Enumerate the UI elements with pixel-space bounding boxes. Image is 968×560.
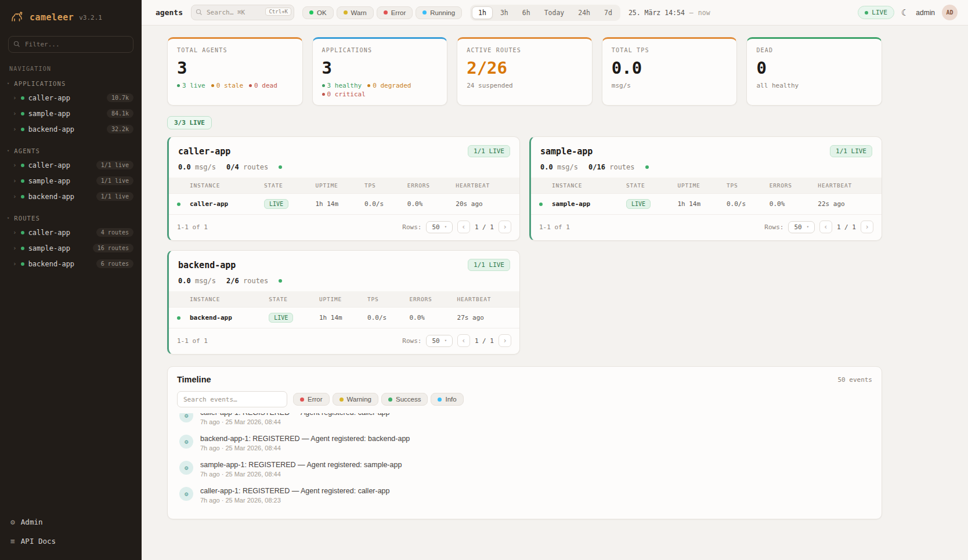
events-search-input[interactable] [177, 391, 287, 407]
sidebar-item-agents-caller-app[interactable]: › caller-app 1/1 live [0, 157, 142, 173]
app-logo[interactable]: cameleer v3.2.1 [0, 0, 142, 32]
sidebar-item-routes-caller-app[interactable]: › caller-app 4 routes [0, 225, 142, 240]
sidebar-item-routes-backend-app[interactable]: › backend-app 6 routes [0, 256, 142, 272]
avatar[interactable]: AD [942, 5, 958, 20]
event-item[interactable]: ⚙ caller-app-1: REGISTERED — Agent regis… [177, 482, 872, 508]
app-live-badge: 1/1 LIVE [468, 145, 510, 157]
chevron-right-icon: › [13, 177, 17, 185]
sidebar-item-agents-backend-app[interactable]: › backend-app 1/1 live [0, 189, 142, 204]
app-live-badge: 1/1 LIVE [830, 145, 872, 157]
stat-sub: msg/s [612, 82, 728, 89]
health-dot-icon [279, 165, 282, 169]
range-button-today[interactable]: Today [538, 6, 571, 19]
stat-value: 2/26 [467, 58, 583, 78]
sidebar-item-meta: 10.7k [107, 93, 133, 102]
sidebar-item-label: caller-app [28, 94, 103, 102]
chevron-right-icon: › [13, 260, 17, 268]
rows-per-page-select[interactable]: 50▾ [426, 221, 452, 233]
page-indicator: 1 / 1 [475, 337, 494, 345]
rows-per-page-select[interactable]: 50▾ [426, 335, 452, 347]
live-dot-icon [865, 11, 868, 15]
app-name: sample-app [540, 146, 593, 157]
health-dot-icon [645, 165, 649, 169]
stat-sub-dead: 0 dead [249, 82, 277, 89]
sidebar-filter [8, 36, 133, 53]
sidebar-section-header-routes[interactable]: ▾ ROUTES [0, 210, 142, 225]
instances-table: INSTANCE STATE UPTIME TPS ERRORS HEARTBE… [169, 178, 519, 214]
instance-row[interactable]: caller-app LIVE 1h 14m 0.0/s 0.0% 20s ag… [169, 194, 519, 215]
ok-dot-icon [309, 10, 313, 15]
status-dot-icon [21, 231, 24, 234]
sidebar-item-routes-sample-app[interactable]: › sample-app 16 routes [0, 240, 142, 256]
app-routes: 2/6 routes [226, 277, 268, 285]
next-page-button[interactable]: › [499, 334, 511, 347]
events-scroll-area[interactable]: ⚙ caller-app-1: REGISTERED — Agent regis… [177, 413, 872, 511]
stat-sub: all healthy [756, 82, 872, 89]
sidebar-item-applications-backend-app[interactable]: › backend-app 32.2k [0, 121, 142, 137]
caret-down-icon: ▾ [445, 225, 447, 229]
column-header-state: STATE [623, 178, 674, 194]
event-item[interactable]: ⚙ caller-app-1: REGISTERED — Agent regis… [177, 413, 872, 430]
prev-page-button[interactable]: ‹ [457, 221, 470, 233]
event-filter-success[interactable]: Success [381, 393, 428, 406]
global-search: Ctrl+K [191, 5, 294, 20]
stat-value: 0.0 [612, 58, 728, 78]
next-page-button[interactable]: › [861, 221, 873, 233]
sidebar-section-header-applications[interactable]: ▾ APPLICATIONS [0, 75, 142, 90]
red-dot-icon [249, 84, 252, 87]
prev-page-button[interactable]: ‹ [819, 221, 832, 233]
sidebar-item-admin[interactable]: ⚙ Admin [0, 512, 142, 532]
section-label: ROUTES [14, 215, 40, 222]
event-filter-warning[interactable]: Warning [333, 393, 378, 406]
chevron-right-icon: › [13, 94, 17, 102]
prev-page-button[interactable]: ‹ [457, 334, 470, 347]
dark-mode-toggle[interactable]: ☾ [901, 8, 909, 17]
event-filter-group: Error Warning Success Info [293, 393, 464, 406]
filter-chip-running[interactable]: Running [416, 6, 462, 19]
event-item[interactable]: ⚙ backend-app-1: REGISTERED — Agent regi… [177, 430, 872, 456]
sidebar-item-applications-caller-app[interactable]: › caller-app 10.7k [0, 90, 142, 106]
rows-per-page-select[interactable]: 50▾ [788, 221, 814, 233]
caret-down-icon: ▾ [7, 149, 10, 153]
stat-sub-live: 3 live [177, 82, 205, 89]
filter-chip-ok[interactable]: OK [302, 6, 334, 19]
stat-value: 3 [322, 58, 438, 78]
instances-table: INSTANCE STATE UPTIME TPS ERRORS HEARTBE… [531, 178, 882, 214]
chevron-right-icon: › [13, 193, 17, 200]
camel-logo-icon [9, 9, 24, 26]
column-header-uptime: UPTIME [316, 291, 364, 308]
range-button-1h[interactable]: 1h [472, 6, 493, 19]
sidebar-item-api-docs[interactable]: ≡ API Docs [0, 532, 142, 551]
app-cards-grid: caller-app 1/1 LIVE 0.0 msg/s 0/4 routes… [167, 136, 882, 355]
live-label: LIVE [872, 9, 887, 16]
range-button-6h[interactable]: 6h [516, 6, 537, 19]
event-filter-info[interactable]: Info [431, 393, 463, 406]
range-button-3h[interactable]: 3h [494, 6, 515, 19]
state-badge: LIVE [269, 313, 293, 323]
event-timestamp: 7h ago · 25 Mar 2026, 08:44 [200, 471, 402, 478]
event-filter-error[interactable]: Error [293, 393, 330, 406]
next-page-button[interactable]: › [499, 221, 511, 233]
instance-row[interactable]: sample-app LIVE 1h 14m 0.0/s 0.0% 22s ag… [531, 194, 882, 215]
stat-label: TOTAL AGENTS [177, 47, 293, 53]
warn-dot-icon [344, 10, 348, 15]
filter-chip-warn[interactable]: Warn [337, 6, 374, 19]
timeline-panel: Timeline 50 events Error Warning Success… [167, 366, 882, 519]
filter-input[interactable] [8, 36, 133, 53]
timeline-title: Timeline [177, 375, 211, 384]
event-timestamp: 7h ago · 25 Mar 2026, 08:44 [200, 445, 410, 451]
stat-label: DEAD [756, 47, 872, 53]
event-item[interactable]: ⚙ sample-app-1: REGISTERED — Agent regis… [177, 456, 872, 482]
range-button-24h[interactable]: 24h [572, 6, 597, 19]
info-dot-icon [438, 398, 442, 402]
api-docs-label: API Docs [21, 537, 56, 545]
sidebar-item-agents-sample-app[interactable]: › sample-app 1/1 live [0, 173, 142, 189]
sidebar-item-label: backend-app [28, 125, 103, 133]
sidebar-section-header-agents[interactable]: ▾ AGENTS [0, 143, 142, 157]
live-status-badge[interactable]: LIVE [858, 6, 894, 19]
sidebar-item-meta: 1/1 live [96, 192, 133, 201]
range-button-7d[interactable]: 7d [598, 6, 619, 19]
filter-chip-error[interactable]: Error [377, 6, 413, 19]
instance-row[interactable]: backend-app LIVE 1h 14m 0.0/s 0.0% 27s a… [169, 308, 519, 328]
sidebar-item-applications-sample-app[interactable]: › sample-app 84.1k [0, 106, 142, 121]
